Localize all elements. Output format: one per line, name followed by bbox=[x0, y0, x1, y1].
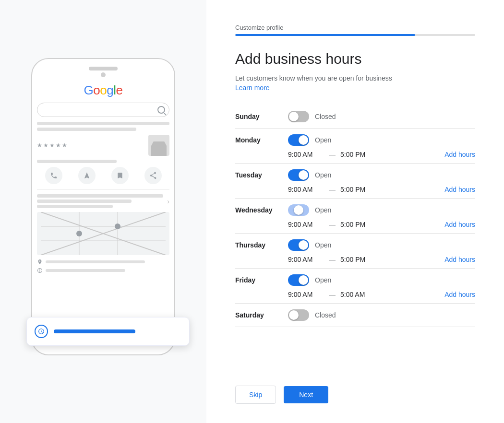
close-time-thursday: 5:00 PM bbox=[340, 256, 376, 263]
phone-share-btn bbox=[144, 167, 162, 184]
phone-search-icon bbox=[157, 106, 165, 114]
phone-divider bbox=[37, 189, 169, 189]
day-name-monday: Monday bbox=[235, 136, 288, 144]
open-time-monday: 9:00 AM bbox=[288, 151, 324, 158]
open-time-tuesday: 9:00 AM bbox=[288, 186, 324, 193]
time-dash-tuesday: — bbox=[329, 186, 336, 193]
toggle-monday[interactable] bbox=[288, 134, 309, 146]
clock-icon bbox=[35, 325, 48, 338]
day-row-monday: Monday Open 9:00 AM — 5:00 PM Add hours bbox=[235, 129, 475, 164]
phone-website-row bbox=[37, 268, 169, 273]
phone-camera bbox=[101, 72, 106, 77]
open-time-wednesday: 9:00 AM bbox=[288, 221, 324, 228]
phone-call-btn bbox=[45, 167, 62, 184]
footer-buttons: Skip Next bbox=[235, 386, 475, 404]
phone-body: Google ★ ★ ★ ★ bbox=[31, 58, 175, 355]
page-subtitle: Let customers know when you are open for… bbox=[235, 74, 475, 82]
day-name-sunday: Sunday bbox=[235, 113, 288, 120]
svg-point-6 bbox=[76, 231, 82, 236]
time-dash-wednesday: — bbox=[329, 221, 336, 228]
right-panel: Customize profile Add business hours Let… bbox=[206, 0, 504, 423]
open-time-friday: 9:00 AM bbox=[288, 291, 324, 298]
time-dash-friday: — bbox=[329, 291, 336, 298]
day-name-tuesday: Tuesday bbox=[235, 171, 288, 179]
phone-save-btn bbox=[111, 167, 129, 184]
day-name-friday: Friday bbox=[235, 276, 288, 284]
add-hours-btn-friday[interactable]: Add hours bbox=[444, 291, 475, 298]
day-row-sunday: Sunday Closed bbox=[235, 105, 475, 129]
close-time-wednesday: 5:00 PM bbox=[340, 221, 376, 228]
phone-more-row: › bbox=[37, 194, 169, 208]
phone-search-bar bbox=[37, 103, 169, 117]
day-name-thursday: Thursday bbox=[235, 241, 288, 249]
skip-button[interactable]: Skip bbox=[235, 386, 276, 404]
progress-bar-track bbox=[235, 34, 475, 36]
phone-location-row bbox=[37, 259, 169, 265]
toggle-status-wednesday: Open bbox=[315, 206, 341, 214]
hours-section: Sunday Closed Monday Open 9:00 AM — 5:00… bbox=[235, 105, 475, 371]
day-row-saturday: Saturday Closed bbox=[235, 304, 475, 327]
add-hours-btn-tuesday[interactable]: Add hours bbox=[444, 186, 475, 193]
time-dash-thursday: — bbox=[329, 256, 336, 263]
toggle-status-friday: Open bbox=[315, 276, 341, 284]
progress-label: Customize profile bbox=[235, 24, 475, 31]
toggle-status-saturday: Closed bbox=[315, 311, 341, 319]
toggle-status-monday: Open bbox=[315, 136, 341, 144]
day-row-wednesday: Wednesday Open 9:00 AM — 5:00 PM Add hou… bbox=[235, 199, 475, 234]
phone-result-lines bbox=[37, 122, 169, 131]
next-button[interactable]: Next bbox=[284, 386, 328, 403]
phone-detail-lines bbox=[37, 160, 169, 163]
toggle-thursday[interactable] bbox=[288, 239, 309, 251]
toggle-status-thursday: Open bbox=[315, 241, 341, 249]
page-title: Add business hours bbox=[235, 50, 475, 68]
open-time-thursday: 9:00 AM bbox=[288, 256, 324, 263]
phone-direction-btn bbox=[78, 167, 96, 184]
toggle-status-tuesday: Open bbox=[315, 171, 341, 179]
learn-more-link[interactable]: Learn more bbox=[235, 84, 475, 92]
phone-stars: ★ ★ ★ ★ ★ bbox=[37, 142, 67, 149]
day-row-friday: Friday Open 9:00 AM — 5:00 AM Add hours bbox=[235, 269, 475, 304]
add-hours-btn-wednesday[interactable]: Add hours bbox=[444, 221, 475, 228]
toggle-sunday[interactable] bbox=[288, 111, 309, 122]
time-dash-monday: — bbox=[329, 151, 336, 158]
phone-highlight-card bbox=[26, 317, 190, 346]
toggle-saturday[interactable] bbox=[288, 309, 309, 321]
progress-section: Customize profile bbox=[235, 24, 475, 36]
progress-bar-fill bbox=[235, 34, 415, 36]
phone-map bbox=[37, 212, 169, 255]
phone-action-row bbox=[37, 167, 169, 184]
phone-screen: Google ★ ★ ★ ★ bbox=[32, 82, 174, 354]
toggle-tuesday[interactable] bbox=[288, 169, 309, 181]
toggle-status-sunday: Closed bbox=[315, 113, 341, 120]
close-time-friday: 5:00 AM bbox=[340, 291, 376, 298]
close-time-monday: 5:00 PM bbox=[340, 151, 376, 158]
day-name-wednesday: Wednesday bbox=[235, 206, 288, 214]
day-row-thursday: Thursday Open 9:00 AM — 5:00 PM Add hour… bbox=[235, 234, 475, 269]
highlight-line bbox=[54, 329, 135, 333]
phone-rating-row: ★ ★ ★ ★ ★ bbox=[37, 135, 169, 156]
phone-store-icon bbox=[148, 135, 169, 156]
day-name-saturday: Saturday bbox=[235, 311, 288, 319]
svg-point-7 bbox=[115, 223, 120, 229]
toggle-friday[interactable] bbox=[288, 274, 309, 286]
toggle-wednesday[interactable] bbox=[288, 204, 309, 216]
phone-speaker bbox=[89, 67, 118, 70]
phone-illustration: Google ★ ★ ★ ★ bbox=[0, 0, 206, 423]
close-time-tuesday: 5:00 PM bbox=[340, 186, 376, 193]
day-row-tuesday: Tuesday Open 9:00 AM — 5:00 PM Add hours bbox=[235, 164, 475, 199]
google-logo: Google bbox=[84, 83, 123, 98]
add-hours-btn-thursday[interactable]: Add hours bbox=[444, 256, 475, 263]
add-hours-btn-monday[interactable]: Add hours bbox=[444, 151, 475, 158]
